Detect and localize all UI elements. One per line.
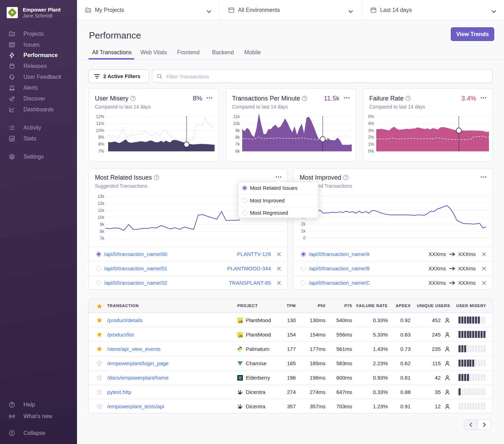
svg-text:9k: 9k <box>100 222 105 227</box>
svg-text:11k: 11k <box>233 114 240 119</box>
svg-text:11k: 11k <box>98 208 105 213</box>
svg-text:12%: 12% <box>96 114 104 119</box>
svg-text:9%: 9% <box>98 135 105 140</box>
svg-text:8k: 8k <box>100 229 105 234</box>
svg-text:2%: 2% <box>368 135 374 140</box>
svg-text:0%: 0% <box>368 149 374 154</box>
svg-text:10k: 10k <box>98 215 105 220</box>
svg-text:10%: 10% <box>96 128 104 133</box>
svg-text:10k: 10k <box>233 121 240 126</box>
svg-text:6k: 6k <box>235 149 240 154</box>
svg-text:0: 0 <box>303 236 306 241</box>
svg-text:11%: 11% <box>96 121 104 126</box>
svg-text:1%: 1% <box>368 142 374 147</box>
svg-text:4%: 4% <box>368 121 374 126</box>
svg-text:8%: 8% <box>98 142 105 147</box>
svg-text:13k: 13k <box>98 194 105 199</box>
svg-text:2k: 2k <box>301 222 306 227</box>
svg-text:7k: 7k <box>100 236 105 241</box>
svg-text:7%: 7% <box>98 149 105 154</box>
svg-text:5%: 5% <box>368 114 374 119</box>
svg-text:8k: 8k <box>235 135 240 140</box>
svg-text:7k: 7k <box>235 142 240 147</box>
svg-text:12k: 12k <box>98 201 105 206</box>
svg-text:1k: 1k <box>301 229 306 234</box>
svg-text:9k: 9k <box>235 128 240 133</box>
svg-text:3%: 3% <box>368 128 374 133</box>
